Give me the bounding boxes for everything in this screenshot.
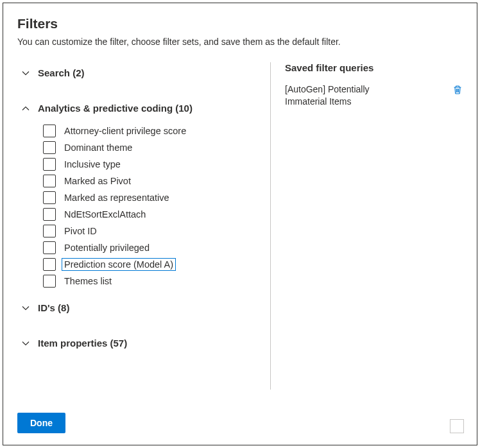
filter-option[interactable]: Pivot ID (43, 223, 260, 239)
filter-option[interactable]: Inclusive type (43, 156, 260, 173)
filter-option[interactable]: Attorney-client privilege score (43, 123, 260, 139)
section-ids[interactable]: ID's (8) (17, 297, 260, 318)
filter-option-label: Inclusive type (62, 159, 123, 170)
section-search[interactable]: Search (2) (17, 62, 260, 83)
filter-option[interactable]: Themes list (43, 273, 260, 289)
filter-option-label: Marked as representative (62, 192, 171, 203)
section-item-properties-label: Item properties (57) (38, 338, 127, 349)
panel-subtitle: You can customize the filter, choose fil… (17, 37, 463, 47)
filter-option-label: Marked as Pivot (62, 175, 133, 187)
chevron-down-icon (21, 339, 30, 348)
filter-option[interactable]: Marked as representative (43, 189, 260, 206)
section-analytics-label: Analytics & predictive coding (10) (38, 103, 193, 114)
done-button[interactable]: Done (17, 413, 65, 433)
filter-option-label: Pivot ID (62, 225, 99, 237)
checkbox[interactable] (43, 191, 56, 204)
section-analytics[interactable]: Analytics & predictive coding (10) (17, 98, 260, 119)
saved-query-label: [AutoGen] Potentially Immaterial Items (285, 83, 400, 108)
filter-sections-column: Search (2) Analytics & predictive coding… (17, 62, 270, 390)
panel-title: Filters (17, 16, 463, 31)
filter-option-label: Attorney-client privilege score (62, 125, 188, 137)
section-ids-label: ID's (8) (38, 302, 69, 313)
analytics-options-list: Attorney-client privilege score Dominant… (17, 119, 260, 297)
checkbox[interactable] (43, 225, 56, 237)
checkbox[interactable] (43, 175, 56, 187)
checkbox[interactable] (43, 141, 56, 154)
checkbox[interactable] (43, 275, 56, 288)
checkbox[interactable] (43, 125, 56, 137)
filter-option-label: Themes list (62, 275, 114, 287)
checkbox[interactable] (43, 241, 56, 254)
checkbox[interactable] (43, 258, 56, 271)
filter-option-label: NdEtSortExclAttach (62, 209, 148, 220)
columns: Search (2) Analytics & predictive coding… (17, 62, 463, 390)
section-item-properties[interactable]: Item properties (57) (17, 332, 260, 354)
resize-handle[interactable] (450, 419, 464, 433)
filter-option-label: Dominant theme (62, 142, 134, 153)
filter-option-label: Potentially privileged (62, 242, 151, 254)
filter-option[interactable]: Marked as Pivot (43, 173, 260, 189)
filter-option-label: Prediction score (Model A) (62, 259, 175, 270)
checkbox[interactable] (43, 208, 56, 221)
checkbox[interactable] (43, 158, 56, 171)
filters-panel: Filters You can customize the filter, ch… (3, 3, 477, 445)
filter-option[interactable]: Prediction score (Model A) (43, 256, 260, 273)
saved-query-item[interactable]: [AutoGen] Potentially Immaterial Items (285, 83, 463, 108)
saved-queries-title: Saved filter queries (285, 62, 463, 73)
chevron-up-icon (21, 104, 30, 113)
trash-icon[interactable] (452, 83, 463, 97)
filter-option[interactable]: Potentially privileged (43, 239, 260, 256)
panel-footer: Done (17, 413, 464, 433)
chevron-down-icon (21, 304, 30, 313)
section-search-label: Search (2) (38, 67, 85, 78)
filter-option[interactable]: NdEtSortExclAttach (43, 206, 260, 223)
saved-queries-column: Saved filter queries [AutoGen] Potential… (271, 62, 463, 390)
chevron-down-icon (21, 69, 30, 78)
filter-option[interactable]: Dominant theme (43, 139, 260, 156)
